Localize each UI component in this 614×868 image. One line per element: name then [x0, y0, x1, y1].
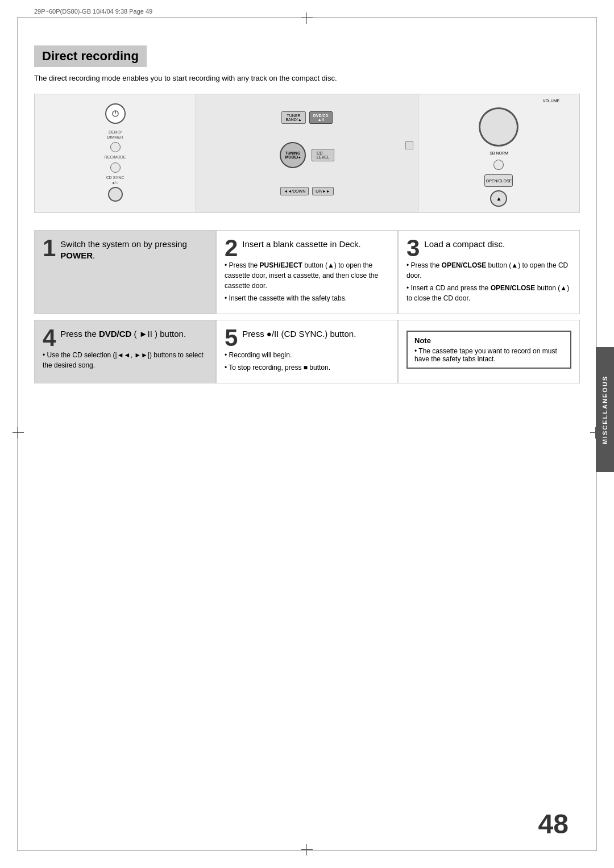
step-5-box: 5 Press ●/II (CD SYNC.) button. Recordin… [216, 320, 398, 383]
dvd-cd-btn: DVD/CD▲II [309, 111, 333, 124]
device-diagram: DEMO/DIMMER REC/MODE CD SYNC●/○ TUNERBAN… [34, 94, 580, 213]
main-content: Direct recording The direct recording mo… [34, 45, 580, 383]
sd-slot [405, 141, 413, 149]
crosshair-top [301, 12, 313, 24]
device-panel-right: VOLUME SB NORM OPEN/CLOSE ▲ [418, 94, 579, 212]
page-number: 48 [538, 808, 569, 840]
note-bullets: The cassette tape you want to record on … [414, 347, 563, 363]
header-meta: 29P~60P(DS80)-GB 10/4/04 9:38 Page 49 [34, 8, 152, 15]
step-5-number: 5 [225, 326, 238, 350]
surround-label: SB NORM [489, 151, 508, 155]
steps-grid-top: 1 Switch the system on by pressing POWER… [34, 230, 580, 314]
note-bullet-1: The cassette tape you want to record on … [414, 347, 563, 363]
crosshair-bottom [301, 844, 313, 856]
section-header: Direct recording [34, 45, 147, 67]
step-2-bullet-2: Insert the cassette with the safety tabs… [225, 293, 389, 303]
sidebar-label: MISCELLANEOUS [601, 375, 608, 444]
note-box: Note The cassette tape you want to recor… [406, 331, 571, 369]
page-title: Direct recording [42, 49, 139, 64]
mid-mid-row: TUNINGMODE/● CDLEVEL [280, 142, 334, 168]
step-5-title: Press ●/II (CD SYNC.) button. [225, 328, 389, 340]
device-circle-2 [110, 162, 121, 173]
cd-level-btn: CDLEVEL [312, 149, 334, 161]
step-5-bullet-2: To stop recording, press ■ button. [225, 362, 389, 373]
down-btn: ◄◄/DOWN [280, 187, 309, 195]
power-button-icon [105, 103, 126, 124]
step-3-bullets: Press the OPEN/CLOSE button (▲) to open … [406, 260, 571, 303]
note-box-container: Note The cassette tape you want to recor… [398, 320, 580, 383]
tuner-btn: TUNERBAND/▲ [281, 111, 305, 124]
step-4-box: 4 Press the DVD/CD ( ►II ) button. Use t… [34, 320, 216, 383]
device-panel-mid: TUNERBAND/▲ DVD/CD▲II TUNINGMODE/● CDLEV… [196, 94, 418, 212]
step-3-bullet-1: Press the OPEN/CLOSE button (▲) to open … [406, 260, 571, 281]
step-4-title: Press the DVD/CD ( ►II ) button. [43, 328, 208, 340]
right-sidebar: MISCELLANEOUS [596, 347, 614, 472]
step-2-box: 2 Insert a blank cassette in Deck. Press… [216, 230, 398, 314]
cd-sync-knob [108, 187, 123, 202]
step-4-number: 4 [43, 326, 56, 350]
step-3-bullet-2: Insert a CD and press the OPEN/CLOSE but… [406, 283, 571, 303]
step-2-number: 2 [225, 236, 238, 260]
note-label: Note [414, 336, 563, 345]
mid-bot-row: ◄◄/DOWN UP/►► [280, 187, 334, 195]
surround-circle [493, 160, 504, 170]
up-btn: UP/►► [312, 187, 334, 195]
device-label-3: CD SYNC●/○ [106, 175, 125, 185]
volume-label: VOLUME [438, 99, 560, 103]
step-5-bullets: Recording will begin. To stop recording,… [225, 350, 389, 373]
step-4-bullet-1: Use the CD selection (|◄◄, ►►|) buttons … [43, 350, 208, 370]
step-3-box: 3 Load a compact disc. Press the OPEN/CL… [398, 230, 580, 314]
step-1-number: 1 [43, 236, 56, 260]
step-4-bullets: Use the CD selection (|◄◄, ►►|) buttons … [43, 350, 208, 370]
step-2-bullet-1: Press the PUSH/EJECT button (▲) to open … [225, 260, 389, 291]
volume-knob [479, 107, 518, 147]
step-5-bullet-1: Recording will begin. [225, 350, 389, 360]
step-2-bullets: Press the PUSH/EJECT button (▲) to open … [225, 260, 389, 303]
crosshair-left [13, 427, 24, 439]
device-label-1: DEMO/DIMMER [107, 130, 123, 140]
step-2-title: Insert a blank cassette in Deck. [225, 239, 389, 250]
eject-btn-icon: ▲ [490, 190, 507, 207]
device-panel-left: DEMO/DIMMER REC/MODE CD SYNC●/○ [35, 94, 196, 212]
step-3-title: Load a compact disc. [406, 239, 571, 250]
mid-top-row: TUNERBAND/▲ DVD/CD▲II [281, 111, 332, 124]
intro-text: The direct recording mode enables you to… [34, 74, 580, 82]
steps-grid-bottom: 4 Press the DVD/CD ( ►II ) button. Use t… [34, 320, 580, 383]
device-label-2: REC/MODE [105, 155, 126, 160]
step-1-box: 1 Switch the system on by pressing POWER… [34, 230, 216, 314]
device-circle-1 [110, 142, 121, 152]
open-close-btn: OPEN/CLOSE [484, 174, 513, 187]
tuning-mode-btn: TUNINGMODE/● [280, 142, 306, 168]
step-1-title: Switch the system on by pressing POWER. [43, 239, 208, 261]
step-3-number: 3 [406, 236, 420, 260]
